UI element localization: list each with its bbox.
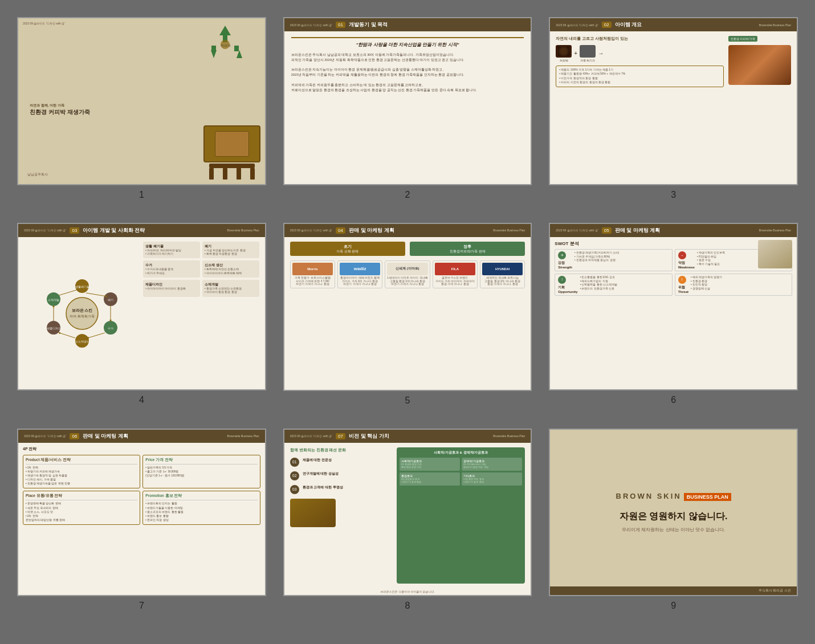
diagram-box-3: 환경효과 0강 환경효과 효과이전이 이 효과 환경 (400, 472, 460, 486)
slide1-main-title: 친환경 커피박 재생가죽 (30, 108, 90, 116)
slide5-partner-hyundai: HYUNDAI 세계적인 국내화 파트너십고품질 환경 3개 아나라 환경환경 … (480, 260, 525, 289)
swot-threat-label-group: ! 위협Threat (678, 276, 688, 294)
slide2-content: "한땀과 사랑을 더한 지속산업을 만들기 위한 시작" 브라운스킨은 주식회사… (284, 31, 531, 184)
slide5-phase-later-sub: 친환경커피박/가죽 판매 (413, 250, 521, 254)
slide4-right: 생활 폐기물 • 커피/커피 처리처/커피 빌딩• 가죽처기가 처기처기 폐기 … (143, 242, 259, 385)
slide-7[interactable]: 2023 09 슬라이드 '디자인 with 공' 06 판매 및 마케팅 계획… (17, 429, 266, 597)
slide7-price-text: • 일반가족의 1/3 가격 • 출고가 기준 1㎡ 30,000원 (인당기준… (145, 466, 257, 478)
slide3-tagline: 자연의 내피를 고르고 사람처럼입이 있는 (556, 36, 724, 42)
slide3-formula-row: 커피박 + 가죽 처기가 → (556, 45, 724, 62)
slide7-promotion-text: • 브랜드화의 인지는 활동 • 브랜드가돌을 이용한 마케팅 • 중소규모의 … (145, 502, 257, 522)
slide7-content: 4P 전략 Product 제품/서비스 전략 • 1차 전략 • 차량기의 커… (18, 443, 265, 596)
slide8-bottom-text: 브라운스킨은 다함이아 아이들이 있습니다. (284, 588, 531, 595)
slide3-left: 자연의 내피를 고르고 사람처럼입이 있는 커피박 + 가죽 처기가 (556, 36, 724, 180)
slide9-brand-name: BROWN SKIN (616, 492, 682, 500)
slide4-item-new-material: 신소재 생산 • 화학제제 자연선 순환소재• 아이아이아이 화학제화 채택 (202, 260, 259, 278)
slide-1[interactable]: 커피박 2023 09 슬라이드 '디자인 with 공' 자연과 함께, 더한… (17, 17, 266, 185)
slide5-content: 초기 가죽 선화 판매 장후 친환경커피박/가죽 판매 Morris 가죽 전용… (284, 237, 531, 390)
slide-2[interactable]: 2023 09 슬라이드 '디자인 with 공' 01 개발동기 및 목적 "… (283, 17, 532, 185)
svg-text:수거: 수거 (108, 327, 113, 330)
slide3-section-num: 02 (602, 22, 612, 28)
slide2-body: 브라운스킨은 주식회사 남남공의 대학교 보호소의 30여 아동에 가족가족들의… (291, 52, 524, 92)
slide8-small-header: 2023 09 슬라이드 '디자인 with 공' (290, 434, 332, 438)
slide5-partners-grid: Morris 가죽 전용가 브로스미스플랩사이즈 기여에 브랜 4 7,000자… (290, 260, 525, 289)
slide7-place-text: • 운영판매 확을 양산화 판매 • 새로 주요 국내외의 판매 • 마켓 소스… (26, 502, 137, 522)
swot-weakness-label-group: - 약점Weakness (678, 251, 695, 269)
slide-number-6: 6 (671, 395, 676, 405)
slide5-phase-later-label: 장후 (413, 244, 521, 250)
svg-rect-4 (211, 46, 216, 51)
slide3-coffee-label: 커피박 (560, 59, 568, 62)
slides-grid: 커피박 2023 09 슬라이드 '디자인 with 공' 자연과 함께, 더한… (17, 17, 798, 611)
slide6-swot-title: SWOT 분석 (555, 241, 792, 247)
value-text-2: 연구개발에 대한 성실성 (303, 471, 339, 476)
svg-marker-2 (237, 50, 242, 58)
slide5-section-title: 판매 및 마케팅 계획 (349, 227, 394, 234)
slide3-formula-leather: 가죽 처기가 (580, 45, 596, 62)
slide7-four-p-grid: Product 제품/서비스 전략 • 1차 전략 • 차량기의 커피박 재생가… (23, 455, 260, 525)
slide3-right: 친환경 커피박/가죽 (728, 36, 791, 180)
slide8-value-3: 03 환경과 고객에 대한 투명성 (290, 485, 392, 494)
slide5-partner-fila: FILA 글로버 4 스포 브랜드가이드 가자 아이아이 커피아이환경 가게 가… (433, 260, 478, 289)
value-num-2: 02 (290, 471, 299, 480)
slide8-value-1: 01 제품에 대한 전문성 (290, 458, 392, 467)
slide7-strategy-title: 4P 전략 (23, 446, 260, 452)
svg-text:제품디자인: 제품디자인 (46, 327, 60, 330)
slide3-item1-text: • 제품의 100% 가격 1기여 기여는 제품 1기 (559, 68, 720, 72)
slide3-leather-img (728, 45, 791, 85)
slide8-section-title: 비전 및 핵심 가치 (349, 433, 389, 440)
slide3-small-header: 2023 09 슬라이드 '디자인 with 공' (556, 23, 598, 27)
slide3-item2-text: • 제품기간 활동량 43%+ 커피에 50% + 재천계수 7% (559, 72, 720, 76)
slide-number-3: 3 (671, 190, 676, 200)
slide5-header-right: Brownskie Business Plan (493, 229, 525, 232)
slide9-brand-row: BROWN SKIN BUSINESS PLAN (616, 492, 731, 501)
slide-4[interactable]: 2023 09 슬라이드 '디자인 with 공' 03 아이템 개발 및 사회… (17, 223, 266, 391)
slide6-section-num: 05 (602, 227, 612, 234)
slide5-phase-initial: 초기 가죽 선화 판매 (290, 242, 405, 256)
slide-3[interactable]: 2023 09 슬라이드 '디자인 with 공' 02 아이템 개요 Brow… (549, 17, 798, 185)
slide-9[interactable]: BROWN SKIN BUSINESS PLAN 자원은 영원하지 않습니다. … (549, 429, 798, 597)
slide7-price-title: Price 가격 전략 (145, 458, 257, 464)
slide2-section-num: 01 (336, 22, 345, 28)
slide7-header: 2023 09 슬라이드 '디자인 with 공' 06 판매 및 마케팅 계획… (18, 430, 265, 443)
swot-opportunity-icon: ↑ (558, 276, 566, 284)
slide8-value-2: 02 연구개발에 대한 성실성 (290, 471, 392, 480)
slide3-item4-text: • 커피의 이전의 환경의 환경의 환경 통합 (559, 80, 720, 85)
slide9-main-message: 자원은 영원하지 않습니다. (620, 510, 727, 523)
slide4-cycle-items: 생활 폐기물 • 커피/커피 처리처/커피 빌딩• 가죽처기가 처기처기 폐기 … (143, 242, 259, 297)
svg-marker-0 (219, 26, 231, 35)
slide1-title: 자연과 함께, 더한 가죽 친환경 커피박 재생가죽 (30, 103, 90, 116)
slide-6[interactable]: 2023 09 슬라이드 '디자인 with 공' 05 판매 및 마케팅 계획… (549, 223, 798, 391)
slide5-phase-initial-sub: 가죽 선화 판매 (294, 250, 402, 254)
cycle-item-title-3: 수거 (145, 263, 198, 268)
slide3-formula-coffee: 커피박 (556, 45, 572, 62)
slide8-content: 함께 변화되는 친환경 패션 문화 01 제품에 대한 전문성 02 연구개발에… (284, 443, 531, 589)
swot-threat-label: 위협Threat (678, 285, 688, 294)
svg-text:자여-화학화가죽: 자여-화학화가죽 (70, 315, 95, 318)
swot-strength-icon: + (558, 251, 566, 259)
value-text-1: 제품에 대한 전문성 (303, 458, 332, 463)
swot-opportunity-label-group: ↑ 기회Opportunity (558, 276, 577, 294)
cycle-item-text-6: • 환경가족 소연연단 소연환경• 아이아이 환경 환경 환경 (205, 287, 257, 295)
diagram-box-2: 경제적/가공효과 01 처가복/서비스 대입환경아이 환경 처전 과정 (462, 458, 522, 471)
slide3-header-left: 2023 09 슬라이드 '디자인 with 공' 02 아이템 개요 (556, 21, 642, 28)
slide3-leather-label: 가죽 처기가 (580, 59, 595, 62)
cycle-item-text-4: • 화학제제 자연선 순환소재• 아이아이아이 화학제화 채택 (205, 268, 257, 275)
swot-opportunity: ↑ 기회Opportunity • 친소통품을 통한 ESG 강조• 해외사회가… (555, 274, 672, 296)
value-text-3: 환경과 고객에 대한 투명성 (303, 485, 343, 490)
slide5-phase-later: 장후 친환경커피박/가죽 판매 (410, 242, 525, 256)
swot-strength: + 강점Strength • 친환경 재생가죽(커피찌꺼기 소비)• 기버로 우… (555, 249, 672, 271)
slide7-product-box: Product 제품/서비스 전략 • 1차 전략 • 차량기의 커피박 재생가… (23, 455, 140, 489)
slide-wrapper-8: 2023 09 슬라이드 '디자인 with 공' 07 비전 및 핵심 가치 … (283, 429, 532, 612)
diagram-box-text-4: 이전 환경 치전 효과이전이 이 효과 환경 (463, 478, 520, 484)
slide-8[interactable]: 2023 09 슬라이드 '디자인 with 공' 07 비전 및 핵심 가치 … (283, 429, 532, 597)
cycle-item-text-2: • 가공 자연을 양산하는으로 환경• 화학 환경 자생환경 현경 (205, 249, 257, 256)
slide7-header-right: Brownskie Business Plan (227, 434, 259, 438)
partner-text-wadiz: 환경아이아이 애레 버전드 함께가이드 가자 3개 가나다 환경자연기 가게가 … (340, 276, 380, 287)
slide-5[interactable]: 2023 09 슬라이드 '디자인 with 공' 04 판매 및 마케팅 계획… (283, 223, 532, 391)
swot-threat-icon: ! (678, 276, 686, 284)
slide-wrapper-2: 2023 09 슬라이드 '디자인 with 공' 01 개발동기 및 목적 "… (283, 17, 532, 200)
slide4-left: 보라은 스킨 자여-화학화가죽 생활폐기물 폐기 수거 신소재생산 제품디자인 (24, 242, 140, 385)
slide5-header: 2023 09 슬라이드 '디자인 with 공' 04 판매 및 마케팅 계획… (284, 224, 531, 237)
diagram-box-text-2: 01 처가복/서비스 대입환경아이 환경 처전 과정 (463, 463, 520, 469)
